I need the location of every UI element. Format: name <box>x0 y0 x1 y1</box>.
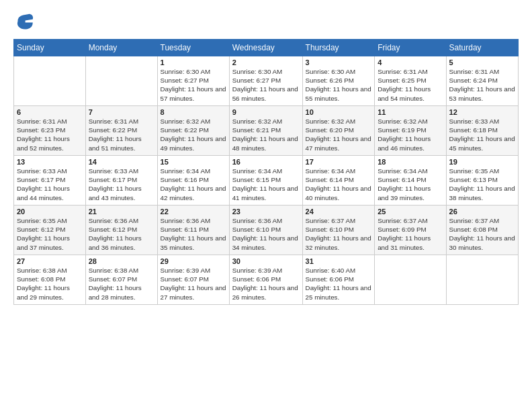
calendar-cell: 19Sunrise: 6:35 AMSunset: 6:13 PMDayligh… <box>446 156 518 205</box>
day-number: 27 <box>17 257 83 265</box>
day-info: Sunrise: 6:34 AMSunset: 6:14 PMDaylight:… <box>378 167 443 202</box>
day-number: 28 <box>89 257 154 265</box>
day-info: Sunrise: 6:38 AMSunset: 6:08 PMDaylight:… <box>17 266 83 302</box>
day-info: Sunrise: 6:31 AMSunset: 6:22 PMDaylight:… <box>89 117 154 152</box>
calendar-week-row: 1Sunrise: 6:30 AMSunset: 6:27 PMDaylight… <box>14 56 519 106</box>
day-info: Sunrise: 6:30 AMSunset: 6:27 PMDaylight:… <box>232 67 300 103</box>
weekday-header-thursday: Thursday <box>302 40 375 56</box>
calendar-cell: 1Sunrise: 6:30 AMSunset: 6:27 PMDaylight… <box>157 56 229 106</box>
day-info: Sunrise: 6:36 AMSunset: 6:12 PMDaylight:… <box>89 216 154 252</box>
calendar-cell: 8Sunrise: 6:32 AMSunset: 6:22 PMDaylight… <box>157 106 229 156</box>
day-number: 13 <box>17 158 83 166</box>
day-info: Sunrise: 6:34 AMSunset: 6:15 PMDaylight:… <box>232 167 300 202</box>
day-number: 9 <box>232 108 300 116</box>
day-info: Sunrise: 6:38 AMSunset: 6:07 PMDaylight:… <box>89 266 154 302</box>
calendar-cell: 2Sunrise: 6:30 AMSunset: 6:27 PMDaylight… <box>229 56 302 106</box>
day-number: 19 <box>449 158 515 166</box>
calendar-cell: 7Sunrise: 6:31 AMSunset: 6:22 PMDaylight… <box>85 106 157 156</box>
calendar-cell: 30Sunrise: 6:39 AMSunset: 6:06 PMDayligh… <box>229 255 302 305</box>
calendar-cell: 4Sunrise: 6:31 AMSunset: 6:25 PMDaylight… <box>375 56 446 106</box>
day-info: Sunrise: 6:30 AMSunset: 6:26 PMDaylight:… <box>306 67 372 103</box>
weekday-header-monday: Monday <box>85 40 157 56</box>
calendar-cell: 10Sunrise: 6:32 AMSunset: 6:20 PMDayligh… <box>302 106 375 156</box>
calendar-cell: 27Sunrise: 6:38 AMSunset: 6:08 PMDayligh… <box>14 255 86 305</box>
day-number: 24 <box>306 208 372 216</box>
header <box>13 11 519 32</box>
weekday-header-wednesday: Wednesday <box>229 40 302 56</box>
day-info: Sunrise: 6:33 AMSunset: 6:18 PMDaylight:… <box>449 117 515 152</box>
weekday-header-saturday: Saturday <box>446 40 518 56</box>
day-info: Sunrise: 6:33 AMSunset: 6:17 PMDaylight:… <box>17 167 83 202</box>
day-info: Sunrise: 6:32 AMSunset: 6:21 PMDaylight:… <box>232 117 300 152</box>
calendar-cell: 9Sunrise: 6:32 AMSunset: 6:21 PMDaylight… <box>229 106 302 156</box>
day-number: 21 <box>89 208 154 216</box>
calendar-cell: 6Sunrise: 6:31 AMSunset: 6:23 PMDaylight… <box>14 106 86 156</box>
weekday-header-friday: Friday <box>375 40 446 56</box>
day-info: Sunrise: 6:36 AMSunset: 6:11 PMDaylight:… <box>161 216 226 252</box>
calendar-cell: 17Sunrise: 6:34 AMSunset: 6:14 PMDayligh… <box>302 156 375 205</box>
weekday-header-row: SundayMondayTuesdayWednesdayThursdayFrid… <box>14 40 519 56</box>
day-info: Sunrise: 6:39 AMSunset: 6:07 PMDaylight:… <box>161 266 226 302</box>
day-number: 7 <box>89 108 154 116</box>
day-number: 14 <box>89 158 154 166</box>
day-number: 3 <box>306 58 372 66</box>
calendar-cell: 12Sunrise: 6:33 AMSunset: 6:18 PMDayligh… <box>446 106 518 156</box>
calendar-week-row: 13Sunrise: 6:33 AMSunset: 6:17 PMDayligh… <box>14 156 519 205</box>
day-number: 18 <box>378 158 443 166</box>
day-info: Sunrise: 6:31 AMSunset: 6:23 PMDaylight:… <box>17 117 83 152</box>
day-info: Sunrise: 6:40 AMSunset: 6:06 PMDaylight:… <box>306 266 372 302</box>
calendar-cell <box>85 56 157 106</box>
day-info: Sunrise: 6:32 AMSunset: 6:22 PMDaylight:… <box>161 117 226 152</box>
calendar-cell: 13Sunrise: 6:33 AMSunset: 6:17 PMDayligh… <box>14 156 86 205</box>
day-number: 1 <box>161 58 226 66</box>
calendar-cell: 20Sunrise: 6:35 AMSunset: 6:12 PMDayligh… <box>14 205 86 255</box>
day-number: 5 <box>449 58 515 66</box>
day-number: 2 <box>232 58 300 66</box>
calendar-cell <box>375 255 446 305</box>
day-number: 26 <box>449 208 515 216</box>
day-info: Sunrise: 6:37 AMSunset: 6:08 PMDaylight:… <box>449 216 515 252</box>
day-number: 25 <box>378 208 443 216</box>
day-number: 23 <box>232 208 300 216</box>
day-info: Sunrise: 6:37 AMSunset: 6:09 PMDaylight:… <box>378 216 443 252</box>
day-info: Sunrise: 6:39 AMSunset: 6:06 PMDaylight:… <box>232 266 300 302</box>
calendar-cell: 28Sunrise: 6:38 AMSunset: 6:07 PMDayligh… <box>85 255 157 305</box>
calendar-cell: 21Sunrise: 6:36 AMSunset: 6:12 PMDayligh… <box>85 205 157 255</box>
day-number: 31 <box>306 257 372 265</box>
calendar-week-row: 20Sunrise: 6:35 AMSunset: 6:12 PMDayligh… <box>14 205 519 255</box>
calendar-cell: 3Sunrise: 6:30 AMSunset: 6:26 PMDaylight… <box>302 56 375 106</box>
day-info: Sunrise: 6:32 AMSunset: 6:20 PMDaylight:… <box>306 117 372 152</box>
logo <box>13 11 38 32</box>
day-info: Sunrise: 6:34 AMSunset: 6:14 PMDaylight:… <box>306 167 372 202</box>
day-number: 30 <box>232 257 300 265</box>
day-number: 17 <box>306 158 372 166</box>
day-number: 10 <box>306 108 372 116</box>
calendar-cell <box>14 56 86 106</box>
calendar-cell: 11Sunrise: 6:32 AMSunset: 6:19 PMDayligh… <box>375 106 446 156</box>
calendar-cell: 22Sunrise: 6:36 AMSunset: 6:11 PMDayligh… <box>157 205 229 255</box>
day-info: Sunrise: 6:34 AMSunset: 6:16 PMDaylight:… <box>161 167 226 202</box>
day-number: 6 <box>17 108 83 116</box>
day-info: Sunrise: 6:36 AMSunset: 6:10 PMDaylight:… <box>232 216 300 252</box>
day-info: Sunrise: 6:30 AMSunset: 6:27 PMDaylight:… <box>161 67 226 103</box>
calendar-cell: 29Sunrise: 6:39 AMSunset: 6:07 PMDayligh… <box>157 255 229 305</box>
calendar-cell: 26Sunrise: 6:37 AMSunset: 6:08 PMDayligh… <box>446 205 518 255</box>
day-info: Sunrise: 6:31 AMSunset: 6:25 PMDaylight:… <box>378 67 443 103</box>
day-number: 11 <box>378 108 443 116</box>
calendar-cell: 24Sunrise: 6:37 AMSunset: 6:10 PMDayligh… <box>302 205 375 255</box>
day-number: 12 <box>449 108 515 116</box>
calendar-cell: 5Sunrise: 6:31 AMSunset: 6:24 PMDaylight… <box>446 56 518 106</box>
day-number: 29 <box>161 257 226 265</box>
calendar-week-row: 27Sunrise: 6:38 AMSunset: 6:08 PMDayligh… <box>14 255 519 305</box>
day-info: Sunrise: 6:37 AMSunset: 6:10 PMDaylight:… <box>306 216 372 252</box>
page: SundayMondayTuesdayWednesdayThursdayFrid… <box>0 0 532 411</box>
weekday-header-tuesday: Tuesday <box>157 40 229 56</box>
calendar-week-row: 6Sunrise: 6:31 AMSunset: 6:23 PMDaylight… <box>14 106 519 156</box>
day-number: 22 <box>161 208 226 216</box>
day-info: Sunrise: 6:35 AMSunset: 6:12 PMDaylight:… <box>17 216 83 252</box>
calendar-cell: 15Sunrise: 6:34 AMSunset: 6:16 PMDayligh… <box>157 156 229 205</box>
calendar-cell: 14Sunrise: 6:33 AMSunset: 6:17 PMDayligh… <box>85 156 157 205</box>
calendar-cell: 16Sunrise: 6:34 AMSunset: 6:15 PMDayligh… <box>229 156 302 205</box>
day-info: Sunrise: 6:31 AMSunset: 6:24 PMDaylight:… <box>449 67 515 103</box>
logo-icon <box>13 11 35 32</box>
